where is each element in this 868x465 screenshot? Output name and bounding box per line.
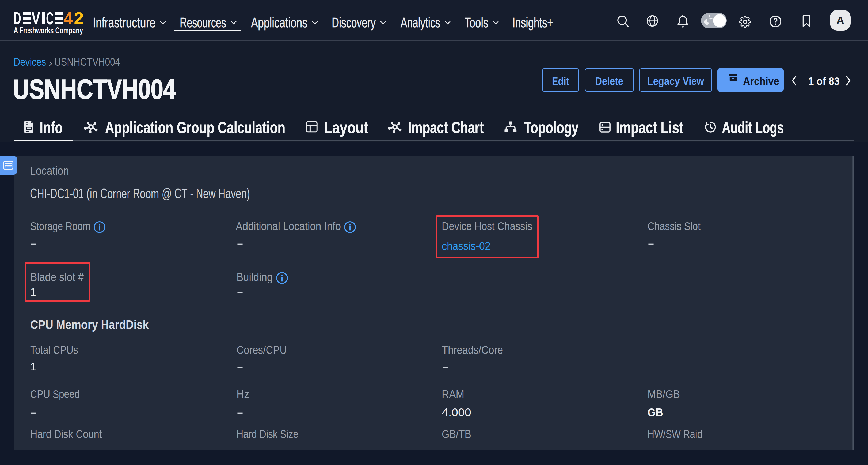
svg-text:GB/TB: GB/TB xyxy=(442,428,471,440)
svg-text:Building: Building xyxy=(237,270,273,283)
svg-text:CPU Speed: CPU Speed xyxy=(30,387,80,400)
svg-text:1 of 83: 1 of 83 xyxy=(808,75,840,87)
svg-text:RAM: RAM xyxy=(442,387,464,400)
svg-text:CPU Memory HardDisk: CPU Memory HardDisk xyxy=(30,318,149,331)
svg-text:Layout: Layout xyxy=(324,118,368,137)
svg-text:-: - xyxy=(237,406,244,418)
svg-text:Infrastructure: Infrastructure xyxy=(93,15,155,30)
svg-text:A Freshworks Company: A Freshworks Company xyxy=(13,25,83,35)
svg-text:4: 4 xyxy=(64,9,73,28)
svg-text:Cores/CPU: Cores/CPU xyxy=(237,343,287,356)
svg-text:Analytics: Analytics xyxy=(401,15,440,30)
svg-text:Threads/Core: Threads/Core xyxy=(442,343,503,356)
svg-text:D: D xyxy=(13,9,21,28)
svg-text:›: › xyxy=(49,58,53,68)
svg-text:Hz: Hz xyxy=(237,387,249,400)
svg-text:-: - xyxy=(30,406,37,418)
svg-text:MB/GB: MB/GB xyxy=(648,387,680,400)
svg-text:Location: Location xyxy=(30,164,69,177)
svg-text:Impact Chart: Impact Chart xyxy=(408,118,484,137)
svg-text:-: - xyxy=(237,286,244,298)
svg-text:-: - xyxy=(442,360,449,373)
svg-text:Hard Disk Size: Hard Disk Size xyxy=(237,428,298,440)
svg-text:Tools: Tools xyxy=(465,15,488,30)
svg-text:USNHCTVH004: USNHCTVH004 xyxy=(13,74,176,105)
svg-text:USNHCTVH004: USNHCTVH004 xyxy=(54,56,120,68)
svg-text:2: 2 xyxy=(74,9,84,28)
svg-text:Impact List: Impact List xyxy=(616,118,683,137)
svg-text:Topology: Topology xyxy=(524,118,579,137)
svg-text:Resources: Resources xyxy=(180,15,226,30)
svg-text:Chassis Slot: Chassis Slot xyxy=(648,220,701,232)
svg-text:Info: Info xyxy=(40,118,63,137)
svg-text:Hard Disk Count: Hard Disk Count xyxy=(30,428,102,440)
svg-text:Applications: Applications xyxy=(251,15,307,30)
svg-text:1: 1 xyxy=(30,360,36,373)
svg-text:-: - xyxy=(237,360,244,373)
svg-text:Additional Location Info: Additional Location Info xyxy=(236,220,341,232)
svg-text:Archive: Archive xyxy=(743,75,779,87)
svg-text:Storage Room: Storage Room xyxy=(30,220,90,232)
svg-text:Devices: Devices xyxy=(13,56,46,68)
svg-text:HW/SW Raid: HW/SW Raid xyxy=(648,428,702,440)
svg-text:Delete: Delete xyxy=(595,75,623,87)
svg-text:-: - xyxy=(237,237,244,250)
svg-text:Insights+: Insights+ xyxy=(513,15,553,30)
svg-text:Application Group Calculation: Application Group Calculation xyxy=(105,118,285,137)
svg-text:-: - xyxy=(30,237,37,250)
svg-text:4.000: 4.000 xyxy=(442,406,471,418)
svg-text:GB: GB xyxy=(648,406,663,418)
svg-text:Audit Logs: Audit Logs xyxy=(722,118,784,137)
svg-text:Edit: Edit xyxy=(552,75,569,87)
svg-text:CHI-DC1-01 (in Corner Room @ C: CHI-DC1-01 (in Corner Room @ CT - New Ha… xyxy=(30,185,250,201)
svg-text:Total CPUs: Total CPUs xyxy=(30,343,78,356)
svg-text:Discovery: Discovery xyxy=(332,15,376,30)
svg-text:C: C xyxy=(46,9,54,28)
svg-text:-: - xyxy=(648,237,654,250)
svg-text:V: V xyxy=(32,9,40,28)
svg-text:Legacy View: Legacy View xyxy=(647,75,704,87)
